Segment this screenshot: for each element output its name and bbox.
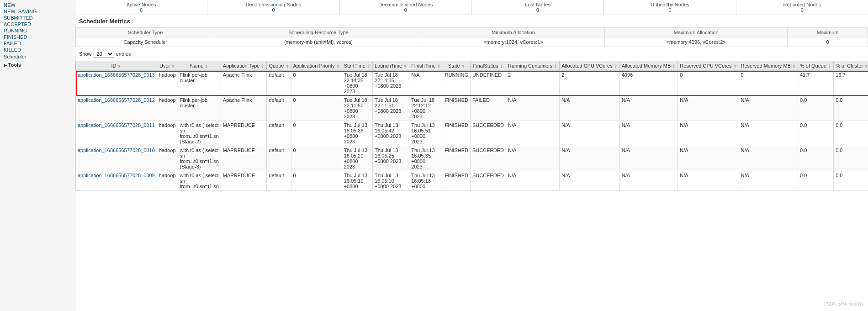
node-label: Lost Nodes [473, 2, 603, 7]
app-table-header[interactable]: State ⇕ [443, 61, 470, 71]
table-cell: Flink per-job cluster [178, 96, 221, 121]
sidebar-link-running[interactable]: RUNNING [0, 27, 75, 34]
node-value[interactable]: 0 [208, 7, 338, 13]
metrics-cell: <memory:1024, vCores:1> [422, 37, 604, 47]
table-cell: 0 [291, 96, 342, 121]
sidebar-link-new[interactable]: NEW [0, 2, 75, 8]
table-cell: with t0 as ( select sn from...t0.sn=t1.s… [178, 121, 221, 146]
sidebar-link-finished[interactable]: FINISHED [0, 34, 75, 40]
node-cell: Active Nodes 6 [75, 0, 207, 15]
table-cell: Thu Jul 13 16:05:42 +0800 2023 [373, 121, 409, 146]
app-table-header[interactable]: User ⇕ [157, 61, 178, 71]
node-value[interactable]: 0 [473, 7, 603, 13]
metrics-header: Minimum Allocation [422, 28, 604, 37]
table-cell: Tue Jul 18 22:11:51 +0800 2023 [373, 96, 409, 121]
sidebar-scheduler-link[interactable]: Scheduler [0, 53, 75, 60]
app-table-header[interactable]: % of Cluster ⇕ [834, 61, 868, 71]
table-cell[interactable]: application_1686656577028_0011 [76, 121, 157, 146]
sidebar-link-new_saving[interactable]: NEW_SAVING [0, 8, 75, 15]
table-cell: default [267, 171, 291, 191]
table-cell: 16.7 [834, 71, 868, 96]
sidebar-link-killed[interactable]: KILLED [0, 47, 75, 53]
entries-suffix: entries [116, 51, 131, 57]
table-cell: default [267, 121, 291, 146]
table-cell: with t0 as ( select sn from...t0.sn=t1.s… [178, 146, 221, 171]
node-value[interactable]: 6 [76, 7, 206, 13]
table-cell: N/A [506, 121, 560, 146]
app-id-link[interactable]: application_1686656577028_0011 [78, 122, 155, 128]
table-cell: Thu Jul 13 16:05:10 +0800 [342, 171, 372, 191]
table-cell: Tue Jul 18 22:14:35 +0800 2023 [373, 71, 409, 96]
app-table-header[interactable]: Allocated CPU VCores ⇕ [560, 61, 619, 71]
sidebar-link-accepted[interactable]: ACCEPTED [0, 21, 75, 27]
node-label: Decommissioned Nodes [341, 2, 471, 7]
scheduler-metrics-title: Scheduler Metrics [75, 15, 868, 27]
table-cell: MAPREDUCE [221, 146, 267, 171]
table-cell: RUNNING [443, 71, 470, 96]
nodes-bar: Active Nodes 6 Decommissioning Nodes 0 D… [75, 0, 868, 15]
table-cell: N/A [739, 96, 798, 121]
node-value[interactable]: 0 [605, 7, 735, 13]
app-table-header[interactable]: FinishTime ⇕ [409, 61, 443, 71]
table-cell: 41.7 [798, 71, 833, 96]
table-cell[interactable]: application_1686656577028_0012 [76, 96, 157, 121]
app-table-header[interactable]: FinalStatus ⇕ [470, 61, 506, 71]
table-row: application_1686656577028_0009hadoopwith… [76, 171, 868, 191]
table-row: application_1686656577028_0010hadoopwith… [76, 146, 868, 171]
table-cell[interactable]: application_1686656577028_0013 [76, 71, 157, 96]
table-cell: Flink per-job cluster [178, 71, 221, 96]
table-cell: 0.0 [798, 146, 833, 171]
table-cell: N/A [619, 96, 678, 121]
table-cell: 0 [739, 71, 798, 96]
table-cell: Apache Flink [221, 96, 267, 121]
app-table-header[interactable]: Reserved Memory MB ⇕ [739, 61, 798, 71]
table-cell: N/A [506, 96, 560, 121]
table-cell: N/A [739, 171, 798, 191]
table-cell: FINISHED [443, 121, 470, 146]
entries-select[interactable]: 102050100 [94, 50, 114, 58]
table-cell: Thu Jul 13 16:05:10 +0800 2023 [373, 171, 409, 191]
table-cell[interactable]: application_1686656577028_0009 [76, 171, 157, 191]
show-entries-bar: Show 102050100 entries [75, 47, 868, 61]
app-id-link[interactable]: application_1686656577028_0012 [78, 97, 155, 103]
table-cell: FAILED [470, 96, 506, 121]
app-table-header[interactable]: Application Type ⇕ [221, 61, 267, 71]
table-cell: default [267, 96, 291, 121]
node-cell: Decommissioned Nodes 0 [340, 0, 472, 15]
table-cell: with t0 as ( select sn from...t0.sn=t1.s… [178, 171, 221, 191]
metrics-cell: Capacity Scheduler [76, 37, 215, 47]
app-table-header[interactable]: LaunchTime ⇕ [373, 61, 409, 71]
app-id-link[interactable]: application_1686656577028_0009 [78, 173, 155, 178]
sidebar-link-failed[interactable]: FAILED [0, 40, 75, 47]
app-table-header[interactable]: Application Priority ⇕ [291, 61, 342, 71]
table-cell: N/A [678, 121, 739, 146]
node-value[interactable]: 0 [341, 7, 471, 13]
app-id-link[interactable]: application_1686656577028_0010 [78, 148, 155, 153]
table-cell: Thu Jul 13 16:05:36 +0800 2023 [342, 121, 372, 146]
table-cell: MAPREDUCE [221, 171, 267, 191]
node-value[interactable]: 0 [737, 7, 867, 13]
app-table-header[interactable]: Queue ⇕ [267, 61, 291, 71]
table-cell: N/A [506, 171, 560, 191]
table-cell: 0.0 [834, 171, 868, 191]
app-table-header[interactable]: Reserved CPU VCores ⇕ [678, 61, 739, 71]
table-cell[interactable]: application_1686656577028_0010 [76, 146, 157, 171]
app-id-link[interactable]: application_1686656577028_0013 [78, 72, 155, 78]
sidebar-link-submitted[interactable]: SUBMITTED [0, 15, 75, 21]
sidebar-tools-header[interactable]: Tools [0, 60, 75, 69]
main-content: Active Nodes 6 Decommissioning Nodes 0 D… [75, 0, 868, 311]
app-table-header[interactable]: Running Containers ⇕ [506, 61, 560, 71]
app-table-header[interactable]: ID ⇕ [76, 61, 157, 71]
table-cell: N/A [560, 121, 619, 146]
app-table-header[interactable]: StartTime ⇕ [342, 61, 372, 71]
table-cell: Apache Flink [221, 71, 267, 96]
table-cell: hadoop [157, 121, 178, 146]
app-table-header[interactable]: % of Queue ⇕ [798, 61, 833, 71]
table-cell: hadoop [157, 71, 178, 96]
sidebar: NEWNEW_SAVINGSUBMITTEDACCEPTEDRUNNINGFIN… [0, 0, 75, 311]
app-table-header[interactable]: Name ⇕ [178, 61, 221, 71]
app-table-header[interactable]: Allocated Memory MB ⇕ [619, 61, 678, 71]
table-cell: N/A [739, 146, 798, 171]
metrics-cell: <memory:4096, vCores:2> [605, 37, 788, 47]
node-cell: Decommissioning Nodes 0 [207, 0, 339, 15]
